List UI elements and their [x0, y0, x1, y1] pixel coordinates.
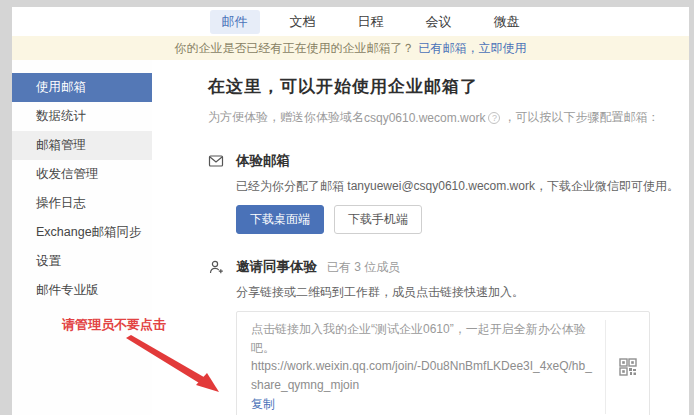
invite-url: https://work.weixin.qq.com/join/-D0u8NnB… — [251, 357, 595, 394]
sidebar-item-settings[interactable]: 设置 — [12, 247, 152, 276]
invite-desc: 分享链接或二维码到工作群，成员点击链接快速加入。 — [236, 284, 650, 301]
trial-buttons: 下载桌面端 下载手机端 — [236, 205, 679, 234]
admin-warning-note: 请管理员不要点击 — [62, 316, 166, 334]
page-title: 在这里，可以开始使用企业邮箱了 — [208, 75, 689, 98]
subtitle-suffix: ，可以按以下步骤配置邮箱： — [503, 109, 659, 126]
trial-desc-suffix: ，下载企业微信即可使用。 — [535, 179, 679, 193]
tab-docs[interactable]: 文档 — [278, 10, 328, 34]
envelope-icon — [208, 152, 236, 234]
tab-meeting[interactable]: 会议 — [414, 10, 464, 34]
trial-desc-prefix: 已经为你分配了邮箱 — [236, 179, 347, 193]
sidebar-item-send-receive[interactable]: 收发信管理 — [12, 160, 152, 189]
sidebar-item-statistics[interactable]: 数据统计 — [12, 102, 152, 131]
invite-link-box: 点击链接加入我的企业“测试企业0610”，一起开启全新办公体验吧。 https:… — [236, 311, 650, 415]
person-add-icon — [208, 258, 236, 415]
sidebar-item-mailbox-management[interactable]: 邮箱管理 — [12, 131, 152, 160]
sidebar-item-use-mailbox[interactable]: 使用邮箱 — [12, 73, 152, 102]
sidebar-item-mail-pro[interactable]: 邮件专业版 — [12, 276, 152, 305]
trial-desc: 已经为你分配了邮箱 tanyuewei@csqy0610.wecom.work，… — [236, 178, 679, 195]
app-window: 邮件 文档 日程 会议 微盘 你的企业是否已经有正在使用的企业邮箱了？ 已有邮箱… — [12, 7, 689, 415]
subtitle-prefix: 为方便体验，赠送你体验域名 — [208, 109, 364, 126]
trial-domain: csqy0610.wecom.work — [364, 111, 485, 125]
invite-title-row: 邀请同事体验 已有 3 位成员 — [236, 258, 650, 276]
section-invite-body: 邀请同事体验 已有 3 位成员 分享链接或二维码到工作群，成员点击链接快速加入。… — [236, 258, 650, 415]
section-trial-body: 体验邮箱 已经为你分配了邮箱 tanyuewei@csqy0610.wecom.… — [236, 152, 679, 234]
tab-calendar[interactable]: 日程 — [346, 10, 396, 34]
page-subtitle: 为方便体验，赠送你体验域名 csqy0610.wecom.work ? ，可以按… — [208, 109, 689, 126]
trial-email: tanyuewei@csqy0610.wecom.work — [347, 179, 535, 193]
qr-code-button[interactable] — [605, 320, 649, 414]
tab-drive[interactable]: 微盘 — [482, 10, 532, 34]
copy-link[interactable]: 复制 — [251, 395, 275, 414]
section-trial-mailbox: 体验邮箱 已经为你分配了邮箱 tanyuewei@csqy0610.wecom.… — [208, 152, 689, 234]
banner-question: 你的企业是否已经有正在使用的企业邮箱了？ — [175, 40, 415, 57]
banner-use-now-link[interactable]: 已有邮箱，立即使用 — [419, 40, 527, 57]
qr-code-icon — [619, 358, 637, 376]
sidebar-item-operation-log[interactable]: 操作日志 — [12, 189, 152, 218]
sidebar-item-exchange-sync[interactable]: Exchange邮箱同步 — [12, 218, 152, 247]
section-invite: 邀请同事体验 已有 3 位成员 分享链接或二维码到工作群，成员点击链接快速加入。… — [208, 258, 689, 415]
top-nav: 邮件 文档 日程 会议 微盘 — [12, 7, 689, 36]
invite-title: 邀请同事体验 — [236, 258, 317, 276]
screenshot-page: 邮件 文档 日程 会议 微盘 你的企业是否已经有正在使用的企业邮箱了？ 已有邮箱… — [0, 0, 694, 415]
notice-banner: 你的企业是否已经有正在使用的企业邮箱了？ 已有邮箱，立即使用 — [12, 36, 689, 60]
member-count: 已有 3 位成员 — [327, 259, 400, 276]
tab-mail[interactable]: 邮件 — [210, 10, 260, 34]
main-panel: 在这里，可以开始使用企业邮箱了 为方便体验，赠送你体验域名 csqy0610.w… — [152, 60, 689, 415]
invite-box-line1: 点击链接加入我的企业“测试企业0610”，一起开启全新办公体验吧。 — [251, 320, 595, 357]
sidebar: 使用邮箱 数据统计 邮箱管理 收发信管理 操作日志 Exchange邮箱同步 设… — [12, 60, 152, 415]
download-mobile-button[interactable]: 下载手机端 — [334, 205, 422, 234]
trial-title: 体验邮箱 — [236, 152, 679, 170]
download-desktop-button[interactable]: 下载桌面端 — [236, 205, 324, 234]
invite-link-text: 点击链接加入我的企业“测试企业0610”，一起开启全新办公体验吧。 https:… — [251, 320, 605, 414]
content-area: 使用邮箱 数据统计 邮箱管理 收发信管理 操作日志 Exchange邮箱同步 设… — [12, 60, 689, 415]
help-icon[interactable]: ? — [488, 112, 500, 124]
